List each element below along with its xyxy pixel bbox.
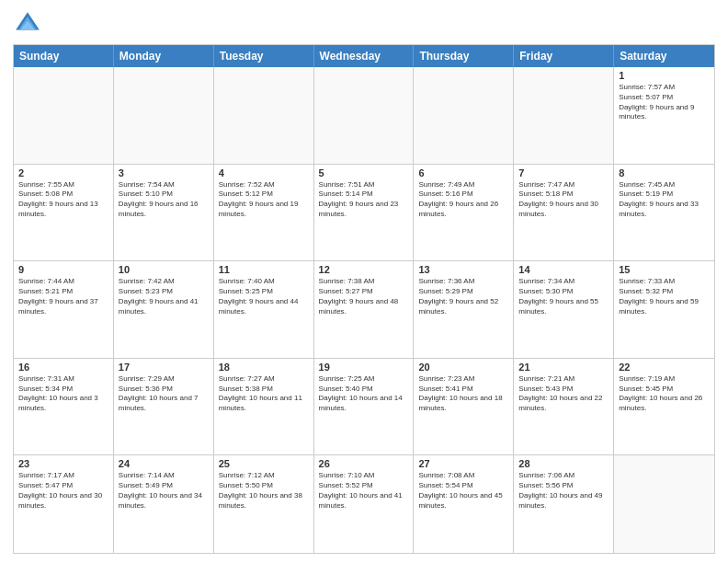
cal-cell: 6Sunrise: 7:49 AM Sunset: 5:16 PM Daylig…	[414, 165, 514, 261]
cal-cell: 28Sunrise: 7:06 AM Sunset: 5:56 PM Dayli…	[514, 455, 614, 553]
day-info: Sunrise: 7:31 AM Sunset: 5:34 PM Dayligh…	[18, 374, 108, 414]
page: SundayMondayTuesdayWednesdayThursdayFrid…	[0, 0, 728, 563]
cal-cell: 2Sunrise: 7:55 AM Sunset: 5:08 PM Daylig…	[14, 165, 114, 261]
day-info: Sunrise: 7:57 AM Sunset: 5:07 PM Dayligh…	[619, 83, 710, 122]
day-info: Sunrise: 7:23 AM Sunset: 5:41 PM Dayligh…	[418, 374, 508, 414]
cal-cell: 1Sunrise: 7:57 AM Sunset: 5:07 PM Daylig…	[614, 67, 714, 164]
day-info: Sunrise: 7:52 AM Sunset: 5:12 PM Dayligh…	[219, 180, 309, 220]
day-info: Sunrise: 7:34 AM Sunset: 5:30 PM Dayligh…	[518, 277, 609, 316]
cal-cell: 16Sunrise: 7:31 AM Sunset: 5:34 PM Dayli…	[14, 359, 114, 455]
day-info: Sunrise: 7:21 AM Sunset: 5:43 PM Dayligh…	[518, 374, 609, 414]
day-info: Sunrise: 7:36 AM Sunset: 5:29 PM Dayligh…	[418, 277, 508, 316]
cal-cell	[614, 455, 714, 553]
day-info: Sunrise: 7:40 AM Sunset: 5:25 PM Dayligh…	[219, 277, 309, 316]
cal-cell	[14, 67, 114, 164]
cal-cell: 23Sunrise: 7:17 AM Sunset: 5:47 PM Dayli…	[14, 455, 114, 553]
header	[13, 9, 715, 39]
header-day-sunday: Sunday	[14, 45, 114, 67]
day-info: Sunrise: 7:42 AM Sunset: 5:23 PM Dayligh…	[119, 277, 209, 316]
day-number: 25	[219, 458, 309, 469]
day-number: 16	[18, 362, 108, 373]
day-info: Sunrise: 7:25 AM Sunset: 5:40 PM Dayligh…	[319, 374, 409, 414]
day-number: 1	[619, 70, 710, 81]
week-row-4: 16Sunrise: 7:31 AM Sunset: 5:34 PM Dayli…	[14, 359, 714, 456]
calendar-header: SundayMondayTuesdayWednesdayThursdayFrid…	[14, 45, 714, 67]
day-info: Sunrise: 7:08 AM Sunset: 5:54 PM Dayligh…	[418, 471, 508, 511]
cal-cell	[514, 67, 614, 164]
day-number: 12	[319, 264, 409, 275]
day-number: 7	[518, 167, 609, 178]
cal-cell: 22Sunrise: 7:19 AM Sunset: 5:45 PM Dayli…	[614, 359, 714, 455]
day-number: 5	[319, 167, 409, 178]
day-number: 21	[518, 362, 609, 373]
header-day-friday: Friday	[514, 45, 614, 67]
cal-cell: 15Sunrise: 7:33 AM Sunset: 5:32 PM Dayli…	[614, 261, 714, 358]
day-info: Sunrise: 7:27 AM Sunset: 5:38 PM Dayligh…	[219, 374, 309, 414]
day-info: Sunrise: 7:38 AM Sunset: 5:27 PM Dayligh…	[319, 277, 409, 316]
day-number: 24	[119, 458, 209, 469]
cal-cell: 18Sunrise: 7:27 AM Sunset: 5:38 PM Dayli…	[214, 359, 314, 455]
week-row-2: 2Sunrise: 7:55 AM Sunset: 5:08 PM Daylig…	[14, 165, 714, 262]
day-number: 19	[319, 362, 409, 373]
cal-cell: 5Sunrise: 7:51 AM Sunset: 5:14 PM Daylig…	[314, 165, 415, 261]
cal-cell: 20Sunrise: 7:23 AM Sunset: 5:41 PM Dayli…	[414, 359, 514, 455]
header-day-wednesday: Wednesday	[314, 45, 415, 67]
cal-cell	[114, 67, 214, 164]
day-number: 20	[418, 362, 508, 373]
header-day-tuesday: Tuesday	[214, 45, 314, 67]
day-number: 28	[518, 458, 609, 469]
cal-cell: 4Sunrise: 7:52 AM Sunset: 5:12 PM Daylig…	[214, 165, 314, 261]
day-info: Sunrise: 7:51 AM Sunset: 5:14 PM Dayligh…	[319, 180, 409, 220]
day-number: 2	[18, 167, 108, 178]
day-info: Sunrise: 7:17 AM Sunset: 5:47 PM Dayligh…	[18, 471, 108, 511]
day-number: 6	[418, 167, 508, 178]
cal-cell: 11Sunrise: 7:40 AM Sunset: 5:25 PM Dayli…	[214, 261, 314, 358]
day-info: Sunrise: 7:55 AM Sunset: 5:08 PM Dayligh…	[18, 180, 108, 220]
cal-cell	[314, 67, 415, 164]
day-number: 3	[119, 167, 209, 178]
day-info: Sunrise: 7:14 AM Sunset: 5:49 PM Dayligh…	[119, 471, 209, 511]
day-number: 4	[219, 167, 309, 178]
cal-cell: 12Sunrise: 7:38 AM Sunset: 5:27 PM Dayli…	[314, 261, 415, 358]
day-info: Sunrise: 7:06 AM Sunset: 5:56 PM Dayligh…	[518, 471, 609, 511]
day-number: 17	[119, 362, 209, 373]
day-info: Sunrise: 7:10 AM Sunset: 5:52 PM Dayligh…	[319, 471, 409, 511]
day-number: 14	[518, 264, 609, 275]
cal-cell	[414, 67, 514, 164]
day-number: 13	[418, 264, 508, 275]
day-info: Sunrise: 7:44 AM Sunset: 5:21 PM Dayligh…	[18, 277, 108, 316]
cal-cell: 13Sunrise: 7:36 AM Sunset: 5:29 PM Dayli…	[414, 261, 514, 358]
day-info: Sunrise: 7:29 AM Sunset: 5:36 PM Dayligh…	[119, 374, 209, 414]
day-number: 11	[219, 264, 309, 275]
header-day-thursday: Thursday	[414, 45, 514, 67]
day-number: 27	[418, 458, 508, 469]
day-info: Sunrise: 7:49 AM Sunset: 5:16 PM Dayligh…	[418, 180, 508, 220]
cal-cell: 25Sunrise: 7:12 AM Sunset: 5:50 PM Dayli…	[214, 455, 314, 553]
day-info: Sunrise: 7:47 AM Sunset: 5:18 PM Dayligh…	[518, 180, 609, 220]
day-number: 22	[619, 362, 710, 373]
day-info: Sunrise: 7:45 AM Sunset: 5:19 PM Dayligh…	[619, 180, 710, 220]
week-row-5: 23Sunrise: 7:17 AM Sunset: 5:47 PM Dayli…	[14, 455, 714, 553]
cal-cell: 14Sunrise: 7:34 AM Sunset: 5:30 PM Dayli…	[514, 261, 614, 358]
cal-cell: 24Sunrise: 7:14 AM Sunset: 5:49 PM Dayli…	[114, 455, 214, 553]
cal-cell: 3Sunrise: 7:54 AM Sunset: 5:10 PM Daylig…	[114, 165, 214, 261]
day-number: 26	[319, 458, 409, 469]
header-day-saturday: Saturday	[614, 45, 714, 67]
day-info: Sunrise: 7:12 AM Sunset: 5:50 PM Dayligh…	[219, 471, 309, 511]
day-info: Sunrise: 7:33 AM Sunset: 5:32 PM Dayligh…	[619, 277, 710, 316]
week-row-1: 1Sunrise: 7:57 AM Sunset: 5:07 PM Daylig…	[14, 67, 714, 165]
cal-cell: 10Sunrise: 7:42 AM Sunset: 5:23 PM Dayli…	[114, 261, 214, 358]
cal-cell	[214, 67, 314, 164]
cal-cell: 17Sunrise: 7:29 AM Sunset: 5:36 PM Dayli…	[114, 359, 214, 455]
calendar: SundayMondayTuesdayWednesdayThursdayFrid…	[13, 44, 715, 554]
day-number: 23	[18, 458, 108, 469]
day-info: Sunrise: 7:19 AM Sunset: 5:45 PM Dayligh…	[619, 374, 710, 414]
day-info: Sunrise: 7:54 AM Sunset: 5:10 PM Dayligh…	[119, 180, 209, 220]
calendar-body: 1Sunrise: 7:57 AM Sunset: 5:07 PM Daylig…	[14, 67, 714, 553]
day-number: 8	[619, 167, 710, 178]
day-number: 10	[119, 264, 209, 275]
header-day-monday: Monday	[114, 45, 214, 67]
cal-cell: 27Sunrise: 7:08 AM Sunset: 5:54 PM Dayli…	[414, 455, 514, 553]
week-row-3: 9Sunrise: 7:44 AM Sunset: 5:21 PM Daylig…	[14, 261, 714, 359]
day-number: 9	[18, 264, 108, 275]
